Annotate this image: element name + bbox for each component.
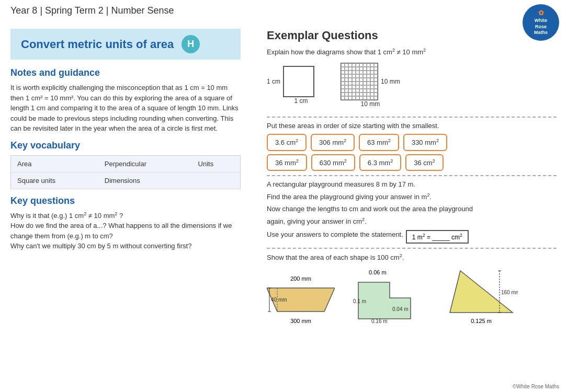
grid-cell	[356, 63, 359, 67]
grid-cell	[352, 82, 356, 85]
grid-cell	[348, 78, 352, 82]
grid-cell	[356, 85, 359, 89]
grid-cell	[359, 71, 363, 74]
grid-cell	[352, 93, 356, 96]
notes-title: Notes and guidance	[10, 67, 241, 78]
grid-cell	[363, 85, 367, 89]
grid-cell	[367, 93, 370, 96]
vocab-cell: Units	[192, 155, 241, 172]
label-10mm-bottom: 10 mm	[361, 100, 380, 108]
grid-cell	[356, 78, 359, 82]
grid-cell	[348, 82, 352, 85]
grid-cell	[352, 63, 356, 67]
grid-cell	[345, 71, 348, 74]
grid-cell	[370, 74, 374, 78]
vocab-row-1: Area Perpendicular Units	[11, 155, 241, 172]
grid-cell	[341, 63, 345, 67]
diagram-10mm: 10 mm 10 mm	[341, 63, 400, 108]
grid-cell	[341, 89, 345, 93]
area-boxes-row2: 36 mm2 630 mm2 6.3 mm2 36 cm2	[267, 154, 557, 171]
grid-cell	[374, 93, 378, 96]
svg-text:0.1 m: 0.1 m	[353, 298, 366, 304]
grid-cell	[356, 82, 359, 85]
trapezoid-svg: 40 mm	[267, 283, 335, 317]
grid-cell	[359, 63, 363, 67]
shapes-row: 200 mm 40 mm 300 mm 0.06 m	[267, 266, 557, 324]
q4-text: Show that the area of each shape is 100 …	[267, 253, 557, 261]
grid-cell	[348, 71, 352, 74]
shape1-bottom-label: 300 mm	[290, 318, 311, 324]
grid-cell	[341, 96, 345, 100]
vocab-row-2: Square units Dimensions	[11, 172, 241, 189]
grid-cell	[367, 63, 370, 67]
grid-cell	[348, 74, 352, 78]
grid-cell	[367, 74, 370, 78]
square-1cm	[283, 66, 314, 97]
q3-line5: Use your answers to complete the stateme…	[267, 230, 403, 238]
grid-cell	[363, 93, 367, 96]
q3-line1: A rectangular playground measures 8 m by…	[267, 180, 557, 188]
grid-cell	[359, 78, 363, 82]
playground-section: A rectangular playground measures 8 m by…	[267, 180, 557, 244]
grid-cell	[341, 74, 345, 78]
svg-text:0.04 m: 0.04 m	[392, 306, 409, 312]
grid-cell	[356, 74, 359, 78]
grid-cell	[345, 93, 348, 96]
shape3-bottom-label: 0.125 m	[471, 318, 492, 324]
grid-cell	[363, 82, 367, 85]
grid-cell	[367, 71, 370, 74]
grid-cell	[367, 67, 370, 71]
grid-cell	[374, 74, 378, 78]
exemplar-title: Exemplar Questions	[267, 29, 557, 42]
grid-cell	[352, 96, 356, 100]
area-box: 306 mm2	[311, 134, 355, 151]
vocab-cell: Perpendicular	[98, 155, 192, 172]
shape-triangle: 160 mm 0.125 m	[445, 266, 518, 324]
grid-cell	[367, 89, 370, 93]
shape-trapezoid: 200 mm 40 mm 300 mm	[267, 275, 335, 324]
grid-cell	[352, 67, 356, 71]
grid-cell	[341, 85, 345, 89]
grid-cell	[341, 67, 345, 71]
grid-cell	[341, 82, 345, 85]
lesson-title: Convert metric units of area	[21, 38, 174, 51]
grid-cell	[370, 89, 374, 93]
svg-text:40 mm: 40 mm	[271, 297, 287, 303]
grid-cell	[345, 74, 348, 78]
vocab-title: Key vocabulary	[10, 140, 241, 151]
q3-statement-box: 1 m2 = _____ cm2	[406, 230, 469, 244]
grid-cell	[348, 63, 352, 67]
logo-rose: ✿	[538, 9, 544, 18]
lshape-svg: 0.1 m 0.04 m 0.16 m	[353, 277, 426, 324]
area-box: 36 cm2	[405, 154, 443, 171]
grid-cell	[359, 82, 363, 85]
vocab-cell: Dimensions	[98, 172, 192, 189]
grid-cell	[370, 85, 374, 89]
grid-cell	[352, 78, 356, 82]
grid-cell	[370, 63, 374, 67]
grid-cell	[374, 78, 378, 82]
grid-cell	[356, 89, 359, 93]
label-10mm-side: 10 mm	[381, 78, 400, 85]
area-boxes-row1: 3.6 cm2 306 mm2 63 mm2 330 mm2	[267, 134, 557, 151]
grid-cell	[352, 85, 356, 89]
grid-cell	[367, 78, 370, 82]
grid-cell	[341, 78, 345, 82]
grid-cell	[356, 93, 359, 96]
divider-2	[267, 175, 557, 176]
grid-cell	[352, 89, 356, 93]
grid-cell	[370, 96, 374, 100]
grid-cell	[345, 63, 348, 67]
shape1-top-label: 200 mm	[290, 275, 311, 282]
grid-cell	[370, 67, 374, 71]
area-box: 6.3 mm2	[359, 154, 401, 171]
grid-cell	[374, 82, 378, 85]
copyright: ©White Rose Maths	[513, 384, 559, 389]
shape2-top-label: 0.06 m	[369, 269, 387, 275]
grid-cell	[363, 71, 367, 74]
vocab-table: Area Perpendicular Units Square units Di…	[10, 155, 241, 189]
grid-cell	[363, 63, 367, 67]
grid-cell	[359, 85, 363, 89]
area-box: 36 mm2	[267, 154, 307, 171]
diagrams-row: 1 cm 1 cm 10 mm 10 mm	[267, 60, 557, 110]
